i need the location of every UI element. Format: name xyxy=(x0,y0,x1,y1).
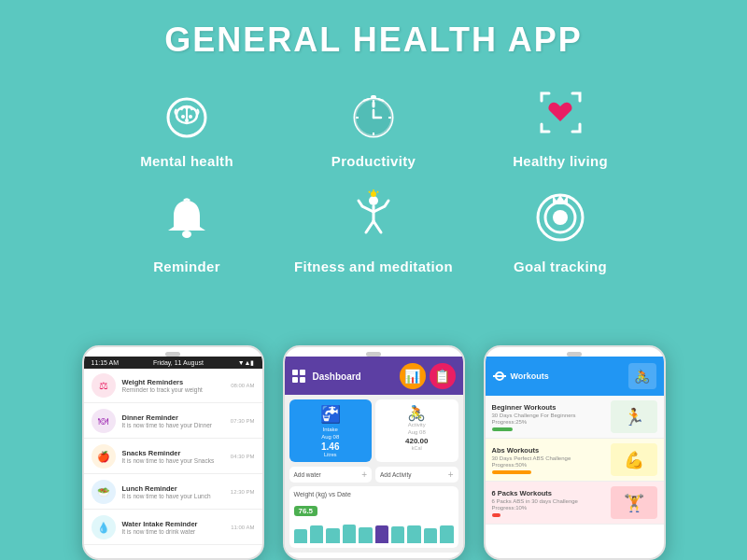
workout-progress-label-abs: Progress:50% xyxy=(492,462,571,468)
phone3-header: Workouts 🚴 xyxy=(486,357,664,396)
healthy-living-label: Healthy living xyxy=(513,153,608,169)
feature-row-2: Reminder xyxy=(56,175,691,280)
activity-date: Aug 08 xyxy=(380,429,454,435)
reminder-avatar-lunch: 🥗 xyxy=(92,480,116,504)
phone2-body: 🚰 Intake Aug 08 1.46 Litres 🚴 Activity A… xyxy=(285,395,463,553)
target-icon xyxy=(527,184,594,251)
phone-reminders: 11:15 AM Friday, 11 August ▼▲▮ ⚖ Weight … xyxy=(82,345,264,560)
reminder-avatar-dinner: 🍽 xyxy=(92,409,116,433)
reminder-item-dinner: 🍽 Dinner Reminder It is now time to have… xyxy=(84,404,262,439)
phone1-icons: ▼▲▮ xyxy=(238,359,255,367)
reminder-sub-lunch: It is now time to have your Lunch xyxy=(122,493,227,499)
add-activity-plus-icon: + xyxy=(448,469,454,480)
svg-rect-11 xyxy=(371,95,376,99)
bar-4 xyxy=(343,525,356,543)
figure-icon xyxy=(340,184,407,251)
reminder-item-weight: ⚖ Weight Reminders Reminder to track you… xyxy=(84,369,262,403)
reminder-time-weight: 08:00 AM xyxy=(231,383,254,388)
svg-rect-30 xyxy=(300,377,305,383)
brain-icon xyxy=(153,78,220,146)
activity-icon: 🚴 xyxy=(380,404,454,422)
reminder-text-snacks: Snacks Reminder It is now time to have y… xyxy=(122,449,227,464)
intake-card: 🚰 Intake Aug 08 1.46 Litres xyxy=(289,399,373,462)
workout-progress-bar-sixpacks xyxy=(492,513,500,517)
reminder-text-water: Water Intake Reminder It is now time to … xyxy=(122,520,228,535)
svg-point-19 xyxy=(369,196,378,205)
add-water-btn[interactable]: Add water + xyxy=(289,467,373,483)
feature-healthy-living: Healthy living xyxy=(467,69,654,175)
bar-9 xyxy=(424,528,437,543)
workout-sub-beginner: 30 Days Challenge For Beginners xyxy=(492,413,576,418)
reminder-avatar-weight: ⚖ xyxy=(92,373,116,398)
reminder-sub-dinner: It is now time to have your Dinner xyxy=(122,422,227,428)
reminder-text-dinner: Dinner Reminder It is now time to have y… xyxy=(122,413,227,428)
svg-point-26 xyxy=(553,210,568,225)
bar-2 xyxy=(310,525,323,543)
workout-progress-label-beginner: Progress:25% xyxy=(492,419,576,425)
feature-fitness: Fitness and meditation xyxy=(280,175,467,280)
workout-image-sixpacks: 🏋️ xyxy=(611,486,657,519)
features-grid: Mental health xyxy=(0,69,747,280)
activity-unit: kCal xyxy=(380,445,454,451)
bar-5 xyxy=(359,527,372,544)
bar-6 xyxy=(375,525,388,543)
workout-image-abs: 💪 xyxy=(611,443,657,476)
reminder-time-snacks: 04:30 PM xyxy=(231,454,255,459)
reminder-avatar-water: 💧 xyxy=(92,515,116,539)
svg-rect-28 xyxy=(300,370,305,375)
intake-value: 1.46 xyxy=(294,441,368,452)
reminder-title-snacks: Snacks Reminder xyxy=(122,449,227,457)
bar-1 xyxy=(294,529,307,543)
svg-point-4 xyxy=(189,115,192,119)
reminder-title-lunch: Lunch Reminder xyxy=(122,484,227,493)
reminder-item-water: 💧 Water Intake Reminder It is now time t… xyxy=(84,511,262,545)
feature-reminder: Reminder xyxy=(93,175,280,280)
svg-point-5 xyxy=(185,119,189,122)
reminder-time-water: 11:00 AM xyxy=(231,525,254,530)
bell-icon xyxy=(153,184,220,251)
add-activity-label: Add Activity xyxy=(380,471,412,478)
workout-card-inner-beginner: Beginner Workouts 30 Days Challenge For … xyxy=(492,400,657,433)
workout-name-sixpacks: 6 Packs Workouts xyxy=(492,489,578,497)
add-water-plus-icon: + xyxy=(361,469,367,480)
intake-date: Aug 08 xyxy=(294,434,368,440)
activity-label: Activity xyxy=(380,422,454,427)
workout-card-inner-abs: Abs Workouts 30 Days Perfect ABS Challen… xyxy=(492,443,657,476)
activity-card: 🚴 Activity Aug 08 420.00 kCal xyxy=(375,399,458,462)
add-water-label: Add water xyxy=(294,471,321,478)
feature-row-1: Mental health xyxy=(56,69,691,175)
workout-name-beginner: Beginner Workouts xyxy=(492,403,576,412)
reminder-time-lunch: 12:30 PM xyxy=(231,489,255,495)
app-title: GENERAL HEALTH APP xyxy=(0,21,747,60)
reminder-title-weight: Weight Reminders xyxy=(122,378,228,386)
dash-cards-row: 🚰 Intake Aug 08 1.46 Litres 🚴 Activity A… xyxy=(289,399,458,462)
bar-7 xyxy=(391,526,404,543)
workout-card-inner-sixpacks: 6 Packs Workouts 6 Packs ABS in 30 days … xyxy=(492,486,657,519)
svg-line-23 xyxy=(369,191,370,193)
phone1-date: Friday, 11 August xyxy=(153,359,204,367)
fitness-label: Fitness and meditation xyxy=(294,259,453,274)
activity-value: 420.00 xyxy=(380,437,454,445)
workout-sub-sixpacks: 6 Packs ABS in 30 days Challenge xyxy=(492,498,578,504)
reminder-item-lunch: 🥗 Lunch Reminder It is now time to have … xyxy=(84,475,262,510)
bar-8 xyxy=(407,525,420,544)
workout-name-abs: Abs Workouts xyxy=(492,446,571,455)
workout-progress-bar-beginner xyxy=(492,427,514,431)
phone-dashboard: Dashboard 📊 📋 🚰 Intake Aug 08 1.46 Litre… xyxy=(283,345,465,560)
add-activity-btn[interactable]: Add Activity + xyxy=(375,467,458,483)
svg-point-3 xyxy=(181,115,185,119)
workout-image-beginner: 🏃 xyxy=(611,400,657,433)
intake-unit: Litres xyxy=(294,452,368,457)
svg-rect-29 xyxy=(292,377,298,383)
workout-progress-bar-abs xyxy=(492,470,531,474)
svg-rect-27 xyxy=(292,370,298,375)
phone2-title: Dashboard xyxy=(313,371,361,382)
svg-point-20 xyxy=(371,191,376,197)
feature-goal-tracking: Goal tracking xyxy=(467,175,654,280)
page-header: GENERAL HEALTH APP xyxy=(0,0,747,69)
chart-bars xyxy=(294,520,454,543)
feature-mental-health: Mental health xyxy=(93,69,280,175)
phones-section: 11:15 AM Friday, 11 August ▼▲▮ ⚖ Weight … xyxy=(0,338,747,560)
productivity-label: Productivity xyxy=(331,153,416,169)
phone1-reminders-list: ⚖ Weight Reminders Reminder to track you… xyxy=(84,369,262,545)
